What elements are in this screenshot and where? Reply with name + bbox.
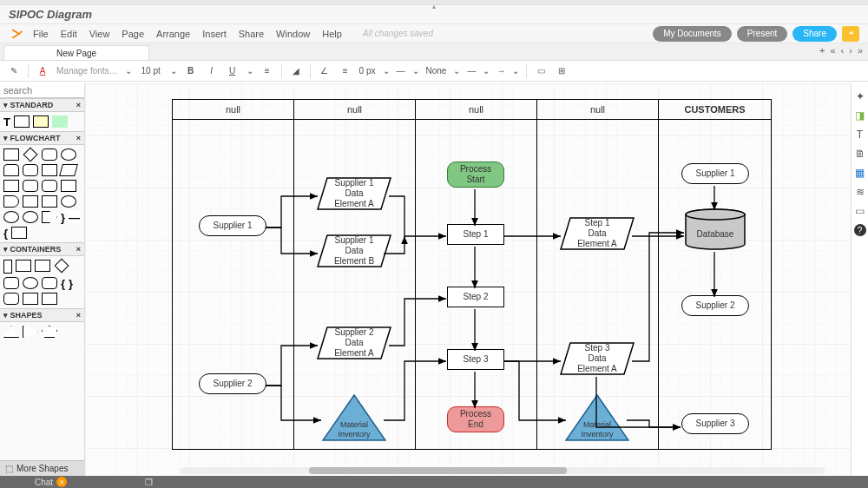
- ct-icon-2[interactable]: [16, 260, 31, 272]
- fc-icon-10[interactable]: [23, 180, 38, 192]
- ct-icon-9[interactable]: }: [69, 277, 73, 289]
- rect-shape-icon[interactable]: [14, 115, 30, 128]
- menu-window[interactable]: Window: [276, 29, 310, 39]
- crop-icon[interactable]: ⊞: [555, 66, 569, 76]
- ct-icon-1[interactable]: [3, 260, 12, 274]
- section-containers[interactable]: ▾ CONTAINERS×: [0, 242, 84, 256]
- lane-header-2[interactable]: null: [416, 100, 537, 120]
- node-step3[interactable]: Step 3: [447, 349, 504, 370]
- lane-3[interactable]: Step 1DataElement A Step 3DataElement A …: [537, 120, 659, 450]
- help-icon[interactable]: ?: [854, 224, 866, 236]
- node-s1-data-b[interactable]: Supplier 1DataElement B: [317, 234, 391, 267]
- node-step2[interactable]: Step 2: [447, 287, 504, 307]
- node-cust1[interactable]: Supplier 1: [681, 163, 749, 184]
- tab-prev-icon[interactable]: ‹: [841, 45, 845, 56]
- fc-brace-icon[interactable]: }: [61, 211, 65, 223]
- node-step3-out[interactable]: Step 3DataElement A: [560, 342, 635, 375]
- sipoc-diagram[interactable]: null null null null CUSTOMERS Supplier 1…: [172, 99, 772, 450]
- share-button[interactable]: Share: [792, 26, 837, 42]
- menu-page[interactable]: Page: [122, 29, 144, 39]
- node-process-start[interactable]: ProcessStart: [447, 162, 504, 188]
- lane-header-0[interactable]: null: [173, 100, 294, 120]
- tab-new-page[interactable]: New Page: [3, 45, 149, 60]
- search-input[interactable]: [0, 83, 85, 97]
- more-shapes-button[interactable]: ⬚More Shapes: [0, 460, 84, 476]
- tab-add-icon[interactable]: +: [819, 45, 825, 56]
- sh-rtri-icon[interactable]: [23, 326, 38, 338]
- menu-insert[interactable]: Insert: [202, 29, 227, 39]
- sh-tri-icon[interactable]: [3, 326, 19, 338]
- canvas[interactable]: null null null null CUSTOMERS Supplier 1…: [85, 83, 851, 476]
- fc-dash-icon[interactable]: —: [69, 211, 80, 223]
- line-style-icon[interactable]: ≡: [339, 66, 352, 76]
- text-tool-icon[interactable]: T: [857, 129, 863, 141]
- tab-last-icon[interactable]: »: [858, 45, 863, 56]
- fc-para-icon[interactable]: [59, 164, 78, 176]
- font-selector[interactable]: Manage fonts…: [56, 66, 118, 76]
- node-step1[interactable]: Step 1: [447, 224, 504, 245]
- ct-icon-4[interactable]: [55, 259, 69, 274]
- present-button[interactable]: Present: [737, 26, 787, 42]
- fc-icon-16[interactable]: [61, 195, 76, 208]
- lane-header-4[interactable]: CUSTOMERS: [659, 100, 772, 120]
- node-process-end[interactable]: ProcessEnd: [447, 406, 504, 432]
- ct-icon-3[interactable]: [35, 260, 50, 272]
- ai-icon[interactable]: ✦: [856, 90, 865, 102]
- node-database[interactable]: Database: [685, 208, 746, 250]
- layers-icon[interactable]: ≋: [856, 186, 865, 198]
- font-size-input[interactable]: 10 pt: [139, 66, 163, 76]
- menu-share[interactable]: Share: [239, 29, 264, 39]
- fc-icon-15[interactable]: [42, 195, 57, 208]
- present-tool-icon[interactable]: ▭: [855, 205, 865, 217]
- ct-icon-5[interactable]: [3, 277, 19, 289]
- line-dash-select[interactable]: —: [397, 66, 405, 76]
- node-s1-data-a[interactable]: Supplier 1DataElement A: [317, 177, 391, 210]
- feedback-icon[interactable]: ❝: [842, 26, 859, 42]
- ct-icon-7[interactable]: [42, 277, 57, 289]
- fc-icon-18[interactable]: [23, 211, 38, 223]
- fc-pill-icon[interactable]: [23, 164, 38, 176]
- menu-help[interactable]: Help: [322, 29, 342, 39]
- fc-icon-9[interactable]: [3, 180, 19, 192]
- fc-doc-icon[interactable]: [3, 164, 19, 176]
- menu-arrange[interactable]: Arrange: [156, 29, 190, 39]
- fc-icon-11[interactable]: [42, 180, 57, 192]
- ct-icon-10[interactable]: [3, 293, 19, 305]
- italic-button[interactable]: I: [205, 66, 219, 76]
- node-material-1[interactable]: MaterialInventory: [322, 394, 386, 441]
- menu-file[interactable]: File: [33, 29, 49, 39]
- lane-2[interactable]: ProcessStart Step 1 Step 2 Step 3 Proces…: [416, 120, 537, 450]
- fc-brace2-icon[interactable]: {: [3, 227, 8, 239]
- node-cust2[interactable]: Supplier 2: [681, 295, 749, 316]
- image-icon[interactable]: ▭: [534, 66, 548, 76]
- align-button[interactable]: ≡: [260, 66, 274, 76]
- fc-icon-13[interactable]: [3, 195, 19, 208]
- section-flowchart[interactable]: ▾ FLOWCHART×: [0, 131, 84, 145]
- chat-button[interactable]: ChatX: [35, 477, 67, 487]
- section-standard[interactable]: ▾ STANDARD×: [0, 98, 84, 112]
- node-cust3[interactable]: Supplier 3: [681, 413, 749, 434]
- underline-button[interactable]: U: [226, 66, 240, 76]
- ct-icon-11[interactable]: [23, 293, 38, 305]
- paint-tool-icon[interactable]: ✎: [7, 66, 21, 76]
- stroke-width-input[interactable]: 0 px: [359, 66, 376, 76]
- tab-next-icon[interactable]: ›: [849, 45, 852, 56]
- font-color-icon[interactable]: A: [36, 66, 49, 76]
- fc-ellipse-icon[interactable]: [61, 148, 76, 161]
- arrow-mid-select[interactable]: —: [467, 66, 476, 76]
- node-supplier1[interactable]: Supplier 1: [199, 215, 266, 236]
- text-shape-icon[interactable]: T: [3, 115, 10, 128]
- lane-header-1[interactable]: null: [294, 100, 416, 120]
- arrow-end-select[interactable]: →: [496, 66, 505, 76]
- menu-edit[interactable]: Edit: [61, 29, 77, 39]
- ct-icon-12[interactable]: [42, 293, 57, 305]
- node-supplier2[interactable]: Supplier 2: [199, 373, 266, 394]
- tab-first-icon[interactable]: «: [830, 45, 835, 56]
- table-tool-icon[interactable]: ▦: [855, 167, 865, 179]
- h-scrollbar[interactable]: [181, 467, 825, 474]
- ct-icon-6[interactable]: [23, 277, 38, 289]
- restore-icon[interactable]: ❐: [145, 478, 153, 487]
- node-step1-out[interactable]: Step 1DataElement A: [560, 217, 635, 250]
- fill-icon[interactable]: ◢: [289, 66, 303, 76]
- fc-icon-23[interactable]: [11, 227, 27, 239]
